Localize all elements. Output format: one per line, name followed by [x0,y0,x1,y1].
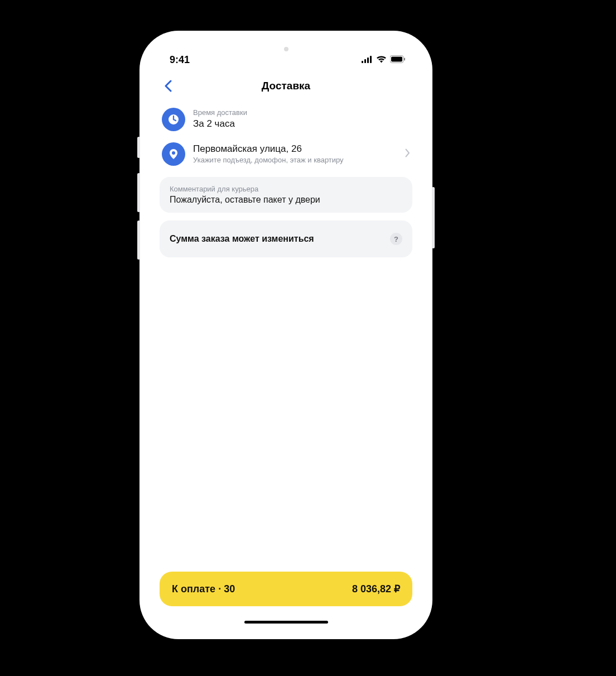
battery-icon [390,54,406,66]
mute-switch [137,137,140,158]
svg-rect-3 [370,56,372,63]
chevron-left-icon [164,80,172,92]
svg-rect-0 [362,61,363,63]
page-title: Доставка [150,80,422,92]
volume-down-button [137,220,140,260]
address-row[interactable]: Первомайская улица, 26 Укажите подъезд, … [160,137,412,171]
address-value: Первомайская улица, 26 [193,143,397,156]
svg-point-8 [172,151,175,155]
pay-right: 8 036,82 ₽ [352,583,400,595]
pay-left: К оплате · 30 [172,583,235,595]
comment-label: Комментарий для курьера [170,185,402,193]
nav-bar: Доставка [150,73,422,99]
cellular-icon [362,54,373,66]
pay-button[interactable]: К оплате · 30 8 036,82 ₽ [160,572,412,606]
comment-value: Пожалуйста, оставьте пакет у двери [170,195,402,205]
help-icon[interactable]: ? [390,233,402,245]
svg-rect-6 [404,57,405,60]
address-sub: Укажите подъезд, домофон, этаж и квартир… [193,156,397,165]
delivery-time-label: Время доставки [193,108,410,118]
pay-bar-wrap: К оплате · 30 8 036,82 ₽ [150,572,422,616]
svg-rect-5 [391,56,402,61]
delivery-time-value: За 2 часа [193,118,410,131]
svg-rect-1 [364,59,366,63]
courier-comment-card[interactable]: Комментарий для курьера Пожалуйста, оста… [160,177,412,213]
clock-icon [162,108,185,131]
delivery-time-row[interactable]: Время доставки За 2 часа [160,102,412,137]
screen: 9:41 Доставка [150,41,422,629]
back-button[interactable] [160,78,176,94]
power-button [432,187,435,248]
volume-up-button [137,173,140,212]
price-notice-card: Сумма заказа может измениться ? [160,220,412,257]
home-indicator[interactable] [244,621,328,624]
pin-icon [162,142,185,166]
status-time: 9:41 [170,54,190,66]
chevron-right-icon [405,148,410,160]
wifi-icon [376,54,387,66]
content: Время доставки За 2 часа Первомайская ул… [150,99,422,572]
status-right [362,54,406,66]
phone-frame: 9:41 Доставка [139,31,432,639]
notch [242,41,331,57]
svg-rect-2 [367,57,369,63]
price-notice-text: Сумма заказа может измениться [170,234,314,244]
